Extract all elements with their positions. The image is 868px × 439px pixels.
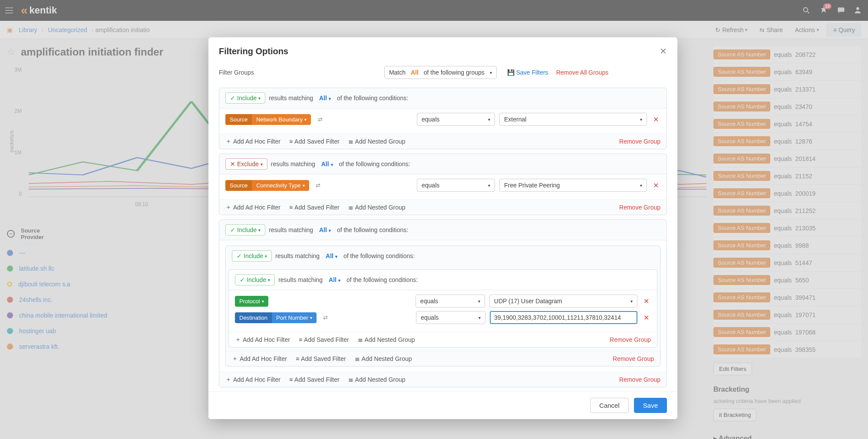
remove-group-link[interactable]: Remove Group — [619, 138, 660, 145]
remove-condition-icon[interactable]: ✕ — [642, 314, 651, 322]
operator-select[interactable]: equals▾ — [416, 295, 485, 308]
remove-condition-icon[interactable]: ✕ — [651, 181, 660, 190]
field-tag[interactable]: SourceConnectivity Type ▾ — [225, 180, 309, 191]
add-saved-filter-link[interactable]: ≡ Add Saved Filter — [289, 204, 340, 211]
nested-group: ✓ Include ▾ results matching All ▾ of th… — [228, 269, 657, 347]
add-adhoc-filter-link[interactable]: ＋ Add Ad Hoc Filter — [225, 138, 281, 145]
cancel-button[interactable]: Cancel — [590, 398, 629, 413]
add-saved-filter-link[interactable]: ≡ Add Saved Filter — [296, 355, 346, 362]
include-toggle[interactable]: ✓ Include ▾ — [235, 274, 275, 285]
value-select[interactable]: External▾ — [499, 113, 647, 126]
add-saved-filter-link[interactable]: ≡ Add Saved Filter — [289, 376, 340, 383]
filter-group: ✕ Exclude ▾ results matching All ▾ of th… — [219, 154, 667, 215]
value-select[interactable]: UDP (17) User Datagram▾ — [489, 295, 637, 308]
remove-all-groups-link[interactable]: Remove All Groups — [556, 69, 609, 76]
value-select[interactable]: Free Private Peering▾ — [499, 179, 647, 192]
add-adhoc-filter-link[interactable]: ＋ Add Ad Hoc Filter — [225, 203, 281, 211]
save-filters-link[interactable]: 💾 Save Filters — [507, 69, 548, 76]
add-adhoc-filter-link[interactable]: ＋ Add Ad Hoc Filter — [232, 355, 287, 363]
filter-groups-label: Filter Groups — [219, 69, 254, 76]
add-nested-group-link[interactable]: ≣ Add Nested Group — [358, 336, 415, 343]
filter-group: ✓ Include ▾ results matching All ▾ of th… — [219, 220, 667, 387]
port-numbers-input[interactable] — [490, 311, 637, 324]
exclude-toggle[interactable]: ✕ Exclude ▾ — [225, 158, 267, 170]
field-tag[interactable]: DestinationPort Number ▾ — [235, 312, 317, 323]
save-button[interactable]: Save — [634, 398, 667, 413]
condition-row: Protocol ▾ equals▾ UDP (17) User Datagra… — [235, 295, 651, 308]
match-mode-select[interactable]: Match All of the following groups ▾ — [384, 66, 497, 79]
condition-row: SourceConnectivity Type ▾ ⇄ equals▾ Free… — [225, 179, 660, 192]
swap-icon[interactable]: ⇄ — [315, 116, 325, 123]
remove-condition-icon[interactable]: ✕ — [651, 115, 660, 124]
add-saved-filter-link[interactable]: ≡ Add Saved Filter — [289, 138, 340, 145]
swap-icon[interactable]: ⇄ — [321, 315, 330, 321]
filtering-options-modal: Filtering Options ✕ Filter Groups Match … — [208, 37, 677, 419]
match-all-select[interactable]: All ▾ — [319, 160, 336, 168]
include-toggle[interactable]: ✓ Include ▾ — [225, 92, 265, 104]
add-nested-group-link[interactable]: ≣ Add Nested Group — [348, 204, 406, 211]
operator-select[interactable]: equals▾ — [417, 179, 495, 192]
remove-group-link[interactable]: Remove Group — [619, 376, 660, 383]
match-all-select[interactable]: All ▾ — [326, 275, 343, 284]
add-nested-group-link[interactable]: ≣ Add Nested Group — [348, 376, 406, 383]
add-nested-group-link[interactable]: ≣ Add Nested Group — [348, 138, 406, 145]
add-nested-group-link[interactable]: ≣ Add Nested Group — [355, 355, 412, 362]
match-all-select[interactable]: All ▾ — [323, 252, 340, 260]
operator-select[interactable]: equals▾ — [416, 311, 485, 324]
add-adhoc-filter-link[interactable]: ＋ Add Ad Hoc Filter — [235, 336, 290, 344]
match-all-select[interactable]: All ▾ — [317, 94, 333, 102]
remove-group-link[interactable]: Remove Group — [613, 355, 654, 362]
remove-group-link[interactable]: Remove Group — [619, 204, 660, 211]
field-tag[interactable]: SourceNetwork Boundary ▾ — [225, 114, 311, 125]
condition-row: SourceNetwork Boundary ▾ ⇄ equals▾ Exter… — [225, 113, 660, 126]
add-saved-filter-link[interactable]: ≡ Add Saved Filter — [299, 336, 349, 343]
match-all-select[interactable]: All ▾ — [317, 226, 333, 234]
swap-icon[interactable]: ⇄ — [314, 182, 323, 189]
modal-title: Filtering Options — [219, 46, 288, 56]
include-toggle[interactable]: ✓ Include ▾ — [225, 224, 265, 236]
filter-group: ✓ Include ▾ results matching All ▾ of th… — [219, 88, 667, 149]
remove-condition-icon[interactable]: ✕ — [642, 297, 651, 305]
operator-select[interactable]: equals▾ — [417, 113, 495, 126]
nested-group: ✓ Include ▾ results matching All ▾ of th… — [225, 246, 660, 367]
close-icon[interactable]: ✕ — [660, 46, 667, 56]
add-adhoc-filter-link[interactable]: ＋ Add Ad Hoc Filter — [225, 376, 281, 383]
field-tag[interactable]: Protocol ▾ — [235, 296, 268, 307]
include-toggle[interactable]: ✓ Include ▾ — [232, 250, 272, 262]
remove-group-link[interactable]: Remove Group — [610, 336, 651, 343]
condition-row: DestinationPort Number ▾ ⇄ equals▾ ✕ — [235, 311, 651, 324]
